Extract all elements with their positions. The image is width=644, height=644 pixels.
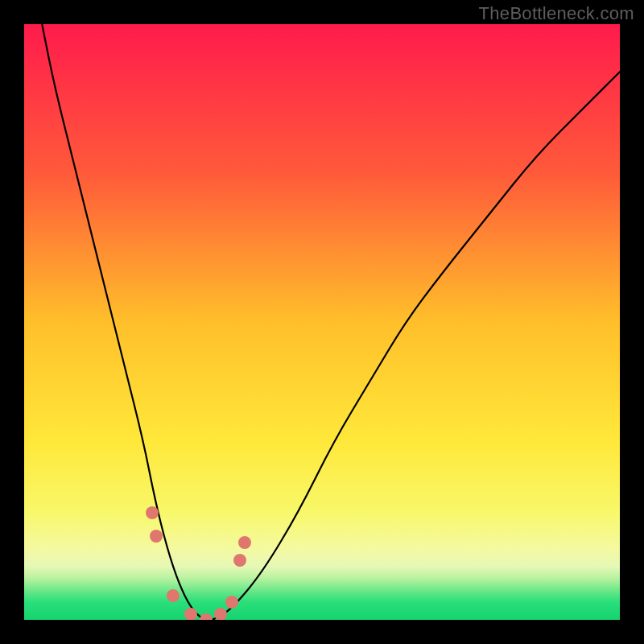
data-marker (150, 530, 163, 543)
plot-area (24, 24, 620, 620)
data-marker (225, 596, 238, 609)
data-marker (184, 608, 197, 620)
data-marker (233, 554, 246, 567)
data-marker (200, 613, 213, 620)
chart-frame: TheBottleneck.com (0, 0, 644, 644)
data-marker (167, 589, 180, 602)
data-markers-layer (24, 24, 620, 620)
data-marker (214, 608, 227, 620)
data-marker (146, 506, 159, 519)
data-marker (238, 536, 251, 549)
watermark-label: TheBottleneck.com (479, 3, 634, 24)
